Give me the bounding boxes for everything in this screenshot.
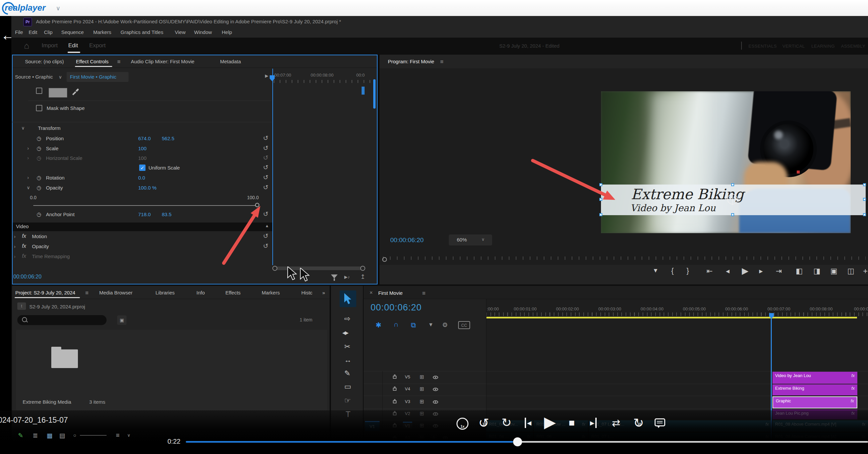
filter-properties-icon[interactable] [331, 274, 338, 278]
effect-controls-panel-menu-icon[interactable]: ≡ [117, 59, 121, 65]
clip-graphic-selected[interactable]: Graphic fx [772, 396, 857, 408]
timeline-marker-icon[interactable]: ▼ [428, 322, 434, 328]
playback-speed-icon[interactable]: 1x [457, 418, 468, 430]
v5-lock-icon[interactable] [393, 376, 397, 379]
seek-bar-progress[interactable] [186, 441, 513, 443]
shuffle-icon[interactable]: ⇄ [612, 417, 620, 429]
mark-in-icon[interactable]: { [671, 267, 674, 275]
rotation-chevron-icon[interactable]: › [27, 175, 29, 180]
step-back-icon[interactable]: ◂ [726, 267, 730, 275]
time-remap-row-label[interactable]: Time Remapping [32, 253, 70, 259]
step-forward-icon[interactable]: ▸ [759, 267, 763, 275]
sort-icon[interactable]: ≡ [116, 432, 120, 439]
tab-project[interactable]: Project: S2-9 July 20, 2024 [15, 290, 75, 296]
video-collapse-icon[interactable]: ▲ [265, 223, 269, 228]
time-remap-chevron-icon[interactable]: › [14, 254, 16, 259]
tab-effect-controls[interactable]: Effect Controls [76, 59, 108, 64]
v3-toggle-output-icon[interactable] [433, 400, 438, 404]
menu-view[interactable]: View [175, 29, 185, 35]
extract-icon[interactable]: ◨ [813, 267, 820, 275]
v4-lock-icon[interactable] [393, 388, 397, 391]
menu-graphics-titles[interactable]: Graphics and Titles [121, 29, 163, 35]
tab-timeline-first-movie[interactable]: First Movie [378, 290, 403, 296]
v3-track-badge[interactable]: V3 [405, 399, 410, 404]
position-stopwatch-icon[interactable]: ◷ [37, 135, 41, 142]
anchor-y-value[interactable]: 83.5 [162, 212, 172, 217]
play-audio-icon[interactable]: ▶♪ [344, 274, 350, 279]
previous-icon[interactable]: ◂ [525, 418, 531, 428]
program-timecode[interactable]: 00:00:06:20 [390, 237, 424, 244]
ec-target-clip-label[interactable]: First Movie • Graphic [70, 74, 116, 80]
fx-opacity-row-label[interactable]: Opacity [32, 243, 49, 249]
workspace-essentials[interactable]: ESSENTIALS [748, 43, 777, 49]
icon-view-icon[interactable]: ▦ [46, 432, 53, 440]
clip-fx-badge[interactable]: fx [851, 386, 855, 391]
program-ruler[interactable] [383, 256, 866, 260]
menu-clip[interactable]: Clip [44, 29, 53, 35]
v4-toggle-output-icon[interactable] [433, 388, 438, 391]
pen-tool-icon[interactable]: ✎ [344, 369, 350, 378]
workspace-assembly[interactable]: ASSEMBLY [841, 43, 865, 49]
menu-file[interactable]: File [15, 29, 23, 35]
clip-video-by-jean-lou[interactable]: Video by Jean Lou fx [772, 372, 857, 384]
ec-zoom-knob-left[interactable] [272, 266, 277, 271]
subtitles-icon[interactable] [655, 418, 665, 426]
anchor-x-value[interactable]: 718.0 [138, 212, 151, 217]
lift-icon[interactable]: ◧ [796, 267, 803, 275]
video-section-bar[interactable] [13, 222, 272, 231]
scale-stopwatch-icon[interactable]: ◷ [37, 145, 41, 152]
v4-sync-lock-icon[interactable]: ⊞ [420, 386, 424, 392]
player-play-icon[interactable]: ▶ [544, 413, 556, 431]
fx-opacity-chevron-icon[interactable]: › [14, 244, 16, 249]
player-stop-icon[interactable]: ■ [569, 417, 575, 428]
tab-audio-clip-mixer[interactable]: Audio Clip Mixer: First Movie [131, 59, 194, 64]
tab-media-browser[interactable]: Media Browser [99, 290, 132, 296]
clip-fx-badge[interactable]: fx [851, 398, 854, 403]
tab-libraries[interactable]: Libraries [155, 290, 175, 296]
fill-color-checkbox[interactable] [36, 88, 42, 94]
home-icon[interactable]: ⌂ [24, 41, 29, 51]
timeline-tab-close-icon[interactable]: × [370, 290, 373, 296]
tab-info[interactable]: Info [196, 290, 205, 296]
opacity-slider-handle[interactable] [255, 203, 259, 207]
program-panel-menu-icon[interactable]: ≡ [440, 59, 443, 65]
project-breadcrumb[interactable]: S2-9 July 20, 2024.prproj [29, 304, 85, 309]
ripple-edit-tool-icon[interactable]: ◂▸ [342, 328, 348, 337]
ec-vertical-scrollbar[interactable] [373, 79, 376, 109]
slip-tool-icon[interactable]: ↔ [344, 356, 351, 364]
button-editor-icon[interactable]: + [863, 267, 868, 276]
v3-lock-icon[interactable] [393, 400, 397, 403]
freeform-view-icon[interactable]: ▤ [59, 432, 65, 440]
motion-row-label[interactable]: Motion [32, 234, 47, 239]
selection-handle-tc[interactable] [731, 183, 734, 186]
project-search-input[interactable] [17, 315, 106, 325]
tab-program[interactable]: Program: First Movie [388, 59, 434, 64]
workspace-vertical[interactable]: VERTICAL [782, 43, 805, 49]
folder-icon[interactable] [51, 350, 78, 368]
fill-color-swatch[interactable] [49, 88, 67, 98]
play-button-icon[interactable]: ▶ [742, 266, 748, 276]
ec-playhead-line[interactable] [272, 69, 273, 265]
hscale-chevron-icon[interactable]: › [27, 155, 29, 160]
selection-handle-tr[interactable] [863, 183, 866, 186]
v3-sync-lock-icon[interactable]: ⊞ [420, 398, 424, 405]
program-zoom-dropdown[interactable] [449, 235, 492, 245]
scale-chevron-icon[interactable]: › [27, 146, 29, 151]
uniform-scale-checkbox[interactable]: ✓ [139, 164, 146, 171]
header-tab-edit[interactable]: Edit [68, 42, 78, 49]
workspace-learning[interactable]: LEARNING [811, 43, 835, 49]
ec-zoom-knob-right[interactable] [360, 266, 365, 271]
captions-icon[interactable]: CC [458, 321, 470, 329]
rotation-reset-icon[interactable]: ↺ [263, 174, 268, 181]
rectangle-tool-icon[interactable]: ▭ [344, 383, 351, 391]
comparison-view-icon[interactable]: ◫ [847, 267, 854, 275]
selection-handle-ml[interactable] [599, 198, 602, 201]
fx-opacity-reset-icon[interactable]: ↺ [263, 242, 268, 250]
hand-tool-icon[interactable]: ☞ [344, 396, 351, 405]
anchor-stopwatch-icon[interactable]: ◷ [37, 211, 41, 217]
tab-effects[interactable]: Effects [225, 290, 241, 296]
seek-bar-knob[interactable] [513, 437, 522, 446]
timeline-panel-menu-icon[interactable]: ≡ [422, 290, 426, 297]
scale-value[interactable]: 100 [138, 146, 147, 151]
insert-nest-icon[interactable]: ✱ [376, 321, 381, 329]
